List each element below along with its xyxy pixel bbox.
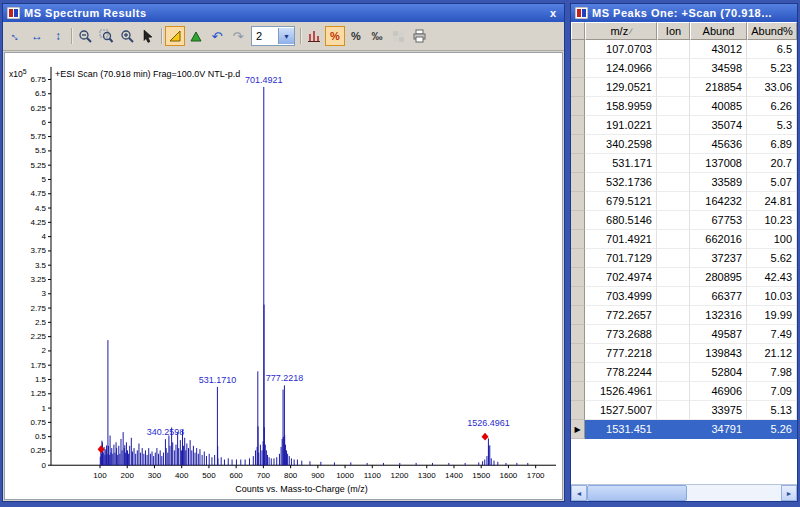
row-selector[interactable] bbox=[571, 211, 585, 230]
header-mz[interactable]: m/z ∕ bbox=[585, 22, 657, 40]
cell-abund-pct: 24.81 bbox=[747, 192, 797, 211]
ms-peaks-window: MS Peaks One: +Scan (70.918… m/z ∕ Ion A… bbox=[570, 3, 798, 502]
table-row[interactable]: 340.2598456366.89 bbox=[571, 135, 797, 154]
row-selector[interactable] bbox=[571, 97, 585, 116]
header-mz-label: m/z bbox=[610, 25, 628, 37]
pointer-tool-button[interactable] bbox=[138, 26, 158, 46]
header-abund[interactable]: Abund bbox=[690, 22, 747, 40]
row-selector[interactable] bbox=[571, 230, 585, 249]
table-row[interactable]: 772.265713231619.99 bbox=[571, 306, 797, 325]
label-count-combo[interactable]: 2 ▼ bbox=[251, 26, 295, 46]
horizontal-scrollbar[interactable]: ◄ ► bbox=[571, 484, 797, 501]
undo-button[interactable]: ↶ bbox=[207, 26, 227, 46]
table-row[interactable]: 124.0966345985.23 bbox=[571, 59, 797, 78]
row-selector[interactable] bbox=[571, 192, 585, 211]
scroll-left-icon[interactable]: ◄ bbox=[571, 485, 587, 501]
svg-text:300: 300 bbox=[148, 471, 162, 480]
spectrum-plot-area[interactable]: 00.250.50.7511.251.51.7522.252.52.7533.2… bbox=[4, 52, 563, 500]
percent-button[interactable]: % bbox=[346, 26, 366, 46]
row-selector[interactable] bbox=[571, 344, 585, 363]
table-row[interactable]: 703.49996637710.03 bbox=[571, 287, 797, 306]
svg-text:1100: 1100 bbox=[364, 471, 382, 480]
table-row[interactable]: 129.052121885433.06 bbox=[571, 78, 797, 97]
permille-button[interactable]: ‰ bbox=[367, 26, 387, 46]
cell-abund-pct: 5.23 bbox=[747, 59, 797, 78]
scrollbar-track[interactable] bbox=[687, 485, 781, 501]
svg-text:701.4921: 701.4921 bbox=[245, 75, 282, 85]
table-row[interactable]: 191.0221350745.3 bbox=[571, 116, 797, 135]
row-selector[interactable] bbox=[571, 363, 585, 382]
header-ion[interactable]: Ion bbox=[657, 22, 690, 40]
cell-mz: 107.0703 bbox=[585, 40, 657, 59]
table-row[interactable]: 1527.5007339755.13 bbox=[571, 401, 797, 420]
zoom-in-button[interactable] bbox=[117, 26, 137, 46]
cell-mz: 1526.4961 bbox=[585, 382, 657, 401]
print-button[interactable] bbox=[409, 26, 429, 46]
scrollbar-thumb[interactable] bbox=[587, 485, 687, 501]
resize-horizontal-button[interactable]: ↔ bbox=[27, 26, 47, 46]
svg-text:6: 6 bbox=[42, 118, 47, 127]
table-row[interactable]: ▶1531.451347915.26 bbox=[571, 420, 797, 439]
walk-right-button[interactable] bbox=[186, 26, 206, 46]
redo-button[interactable]: ↷ bbox=[228, 26, 248, 46]
table-row[interactable]: 702.497428089542.43 bbox=[571, 268, 797, 287]
row-selector[interactable] bbox=[571, 306, 585, 325]
cell-abund-pct: 6.89 bbox=[747, 135, 797, 154]
cell-mz: 778.2244 bbox=[585, 363, 657, 382]
chevron-down-icon[interactable]: ▼ bbox=[278, 28, 294, 44]
svg-text:1526.4961: 1526.4961 bbox=[467, 418, 509, 428]
row-selector[interactable] bbox=[571, 268, 585, 287]
peak-list-button[interactable] bbox=[304, 26, 324, 46]
table-row[interactable]: 107.0703430126.5 bbox=[571, 40, 797, 59]
resize-diagonal-button[interactable]: ↔ bbox=[6, 26, 26, 46]
row-selector[interactable] bbox=[571, 325, 585, 344]
close-icon[interactable]: x bbox=[546, 7, 560, 20]
cell-mz: 158.9959 bbox=[585, 97, 657, 116]
table-row[interactable]: 1526.4961469067.09 bbox=[571, 382, 797, 401]
svg-text:200: 200 bbox=[121, 471, 135, 480]
cell-ion bbox=[657, 135, 690, 154]
zoom-out-button[interactable] bbox=[75, 26, 95, 46]
percent-base-peak-button[interactable]: % bbox=[325, 26, 345, 46]
header-ion-label: Ion bbox=[666, 25, 681, 37]
row-selector[interactable] bbox=[571, 173, 585, 192]
table-row[interactable]: 532.1736335895.07 bbox=[571, 173, 797, 192]
table-row[interactable]: 778.2244528047.98 bbox=[571, 363, 797, 382]
row-selector[interactable] bbox=[571, 116, 585, 135]
walk-left-button[interactable] bbox=[165, 26, 185, 46]
cell-abund: 34791 bbox=[690, 420, 747, 439]
table-row[interactable]: 701.7129372375.62 bbox=[571, 249, 797, 268]
table-row[interactable]: 158.9959400856.26 bbox=[571, 97, 797, 116]
table-row[interactable]: 679.512116423224.81 bbox=[571, 192, 797, 211]
row-selector[interactable] bbox=[571, 135, 585, 154]
row-selector[interactable] bbox=[571, 287, 585, 306]
table-row[interactable]: 701.4921662016100 bbox=[571, 230, 797, 249]
peaks-table-body: 107.0703430126.5124.0966345985.23129.052… bbox=[571, 40, 797, 484]
svg-text:0.75: 0.75 bbox=[30, 418, 46, 427]
combo-value: 2 bbox=[252, 30, 278, 42]
cell-mz: 777.2218 bbox=[585, 344, 657, 363]
row-selector[interactable]: ▶ bbox=[571, 420, 585, 439]
cell-ion bbox=[657, 116, 690, 135]
row-selector[interactable] bbox=[571, 59, 585, 78]
peaks-window-titlebar: MS Peaks One: +Scan (70.918… bbox=[571, 4, 797, 22]
scroll-right-icon[interactable]: ► bbox=[781, 485, 797, 501]
header-abund-pct[interactable]: Abund% bbox=[747, 22, 797, 40]
row-selector[interactable] bbox=[571, 154, 585, 173]
resize-vertical-button[interactable]: ↕ bbox=[48, 26, 68, 46]
row-selector[interactable] bbox=[571, 40, 585, 59]
svg-text:4: 4 bbox=[42, 232, 47, 241]
table-row[interactable]: 531.17113700820.7 bbox=[571, 154, 797, 173]
cell-abund: 139843 bbox=[690, 344, 747, 363]
row-selector[interactable] bbox=[571, 78, 585, 97]
spectrum-plot[interactable]: 00.250.50.7511.251.51.7522.252.52.7533.2… bbox=[5, 53, 562, 499]
row-selector[interactable] bbox=[571, 382, 585, 401]
zoom-region-button[interactable] bbox=[96, 26, 116, 46]
header-abund-label: Abund bbox=[703, 25, 735, 37]
table-row[interactable]: 680.51466775310.23 bbox=[571, 211, 797, 230]
table-row[interactable]: 773.2688495877.49 bbox=[571, 325, 797, 344]
row-selector[interactable] bbox=[571, 249, 585, 268]
cell-mz: 191.0221 bbox=[585, 116, 657, 135]
table-row[interactable]: 777.221813984321.12 bbox=[571, 344, 797, 363]
row-selector[interactable] bbox=[571, 401, 585, 420]
